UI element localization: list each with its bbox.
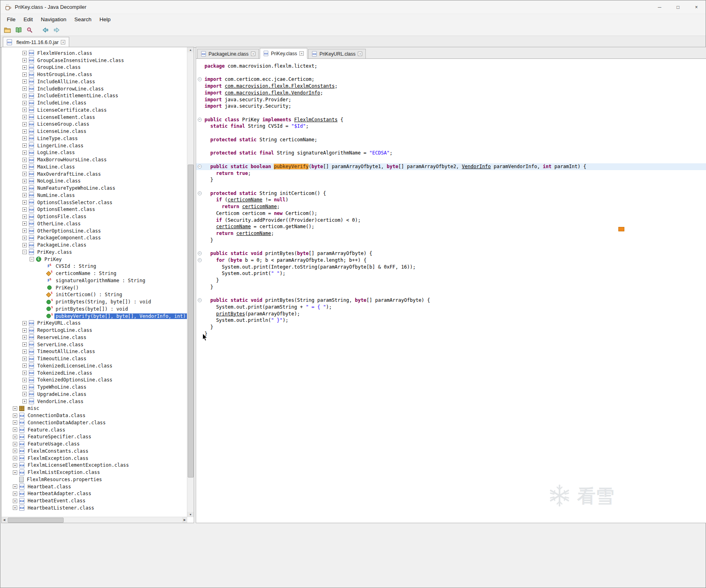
expand-icon[interactable]: + (13, 456, 17, 460)
expand-icon[interactable]: + (13, 442, 17, 446)
tree-item[interactable]: +OptionsClassSelector.class (2, 199, 187, 206)
expand-icon[interactable]: + (22, 94, 27, 98)
tree-item[interactable]: +OptionsElement.class (2, 206, 187, 213)
code-reference-link[interactable]: certicomName (228, 197, 263, 203)
menu-help[interactable]: Help (96, 15, 115, 24)
scroll-right-icon[interactable]: ▶ (182, 517, 187, 523)
tree-item[interactable]: +ReportLogLine.class (2, 327, 187, 334)
close-tab-icon[interactable]: × (358, 52, 362, 56)
expand-icon[interactable]: + (22, 72, 27, 77)
menu-navigation[interactable]: Navigation (37, 15, 70, 24)
tree-item[interactable]: +FlexlmLicenseElementException.class (2, 462, 187, 469)
tree-item[interactable]: +LicenseGroup.class (2, 121, 187, 128)
code-reference-link[interactable]: com.macrovision.flexlm.VendorInfo (225, 90, 320, 96)
collapse-fold-icon[interactable]: − (198, 298, 202, 302)
tree-item[interactable]: FlexlmResources.properties (2, 476, 187, 483)
tree-item[interactable]: printBytes(String, byte[]) : void (2, 298, 187, 305)
tree-item[interactable]: +TimeoutAllLine.class (2, 348, 187, 355)
horizontal-scrollbar-thumb[interactable] (8, 518, 64, 523)
scroll-down-icon[interactable]: ▼ (187, 512, 194, 517)
expand-icon[interactable]: + (22, 172, 27, 176)
collapse-icon[interactable]: − (30, 257, 34, 261)
expand-icon[interactable]: + (22, 115, 27, 119)
tree-item[interactable]: +HeartbeatEvent.class (2, 497, 187, 504)
expand-icon[interactable]: + (22, 136, 27, 140)
tree-item[interactable]: +UpgradeLine.class (2, 391, 187, 398)
tree-item[interactable]: +LineType.class (2, 135, 187, 142)
editor-tab-prikey-class[interactable]: PriKey.class× (260, 48, 307, 59)
expand-icon[interactable]: + (22, 392, 27, 396)
close-tab-icon[interactable]: × (61, 40, 65, 44)
expand-icon[interactable]: + (22, 221, 27, 226)
tree-item[interactable]: +HostGroupLine.class (2, 71, 187, 78)
tree-item[interactable]: +HeartbeatListener.class (2, 504, 187, 512)
expand-icon[interactable]: + (22, 371, 27, 375)
expand-icon[interactable]: + (13, 463, 17, 468)
tree-item[interactable]: +NumFeatureTypeWhoLine.class (2, 185, 187, 192)
tree-horizontal-scrollbar[interactable]: ◀ ▶ (2, 517, 187, 523)
tree-item[interactable]: +FlexlmListException.class (2, 469, 187, 476)
search-icon[interactable] (25, 25, 34, 35)
collapse-fold-icon[interactable]: − (198, 258, 202, 262)
tree-item[interactable]: +FlexlmVersion.class (2, 50, 187, 57)
tree-item[interactable]: +OptionsFile.class (2, 213, 187, 220)
collapse-fold-icon[interactable]: − (198, 165, 202, 169)
tree-item[interactable]: +OtherOptionsLine.class (2, 227, 187, 235)
tree-item[interactable]: +Heartbeat.class (2, 483, 187, 490)
tree-item[interactable]: +PackageComponent.class (2, 235, 187, 242)
expand-icon[interactable]: + (22, 229, 27, 233)
expand-icon[interactable]: + (13, 470, 17, 475)
tree-item[interactable]: +MaxLine.class (2, 163, 187, 171)
expand-icon[interactable]: + (22, 122, 27, 126)
tree-item[interactable]: +ConnectionDataAdapter.class (2, 419, 187, 426)
expand-icon[interactable]: + (22, 200, 27, 205)
expand-icon[interactable]: + (22, 215, 27, 219)
expand-icon[interactable]: + (22, 158, 27, 162)
tree-item[interactable]: +MaxBorrowHoursLine.class (2, 156, 187, 163)
expand-icon[interactable]: + (22, 328, 27, 333)
tree-item[interactable]: +misc (2, 405, 187, 412)
tree-item[interactable]: +TokenizedOptionsLine.class (2, 377, 187, 384)
open-file-icon[interactable] (2, 25, 12, 35)
vertical-scrollbar-thumb[interactable] (188, 165, 194, 478)
editor-tab-packageline-class[interactable]: PackageLine.class× (197, 49, 259, 58)
jar-tab[interactable]: flexlm-11.16.6.0.jar × (3, 37, 69, 48)
tree-item[interactable]: +LicenseLine.class (2, 128, 187, 135)
tree-item[interactable]: −PriKey.class (2, 249, 187, 256)
tree-item[interactable]: +NoLogLine.class (2, 178, 187, 185)
tree-item[interactable]: +FeatureUsage.class (2, 440, 187, 448)
tree-item[interactable]: printBytes(byte[]) : void (2, 305, 187, 313)
code-reference-link[interactable]: certicomName (216, 224, 251, 229)
expand-icon[interactable]: + (22, 129, 27, 134)
tree-item[interactable]: −PriKey (2, 256, 187, 263)
expand-icon[interactable]: + (13, 449, 17, 453)
expand-icon[interactable]: + (22, 385, 27, 389)
expand-icon[interactable]: + (22, 335, 27, 339)
expand-icon[interactable]: + (22, 349, 27, 354)
tree-item[interactable]: +IncludeEntitlementLine.class (2, 92, 187, 100)
tree-item[interactable]: +HeartbeatAdapter.class (2, 490, 187, 498)
expand-icon[interactable]: + (22, 179, 27, 183)
tree-item[interactable]: +IncludeAllLine.class (2, 78, 187, 85)
tree-item[interactable]: +TimeoutLine.class (2, 355, 187, 362)
tree-vertical-scrollbar[interactable]: ▲ ▼ (187, 47, 194, 517)
expand-icon[interactable]: + (22, 399, 27, 403)
collapse-fold-icon[interactable]: − (198, 251, 202, 255)
minimize-button[interactable]: ─ (650, 0, 669, 14)
code-reference-link[interactable]: certicomName (242, 204, 277, 209)
expand-icon[interactable]: + (22, 151, 27, 155)
tree-item[interactable]: +VendorLine.class (2, 398, 187, 405)
menu-search[interactable]: Search (70, 15, 96, 24)
tree-item[interactable]: +FlexlmConstants.class (2, 448, 187, 455)
forward-icon[interactable] (52, 25, 61, 35)
expand-icon[interactable]: + (13, 492, 17, 496)
expand-icon[interactable]: + (22, 79, 27, 84)
tree-item[interactable]: +ConnectionData.class (2, 412, 187, 419)
expand-icon[interactable]: + (22, 65, 27, 70)
tree-item[interactable]: +GroupCaseInsensitiveLine.class (2, 57, 187, 64)
expand-icon[interactable]: + (13, 499, 17, 503)
tree-item[interactable]: +ServerLine.class (2, 341, 187, 348)
menu-file[interactable]: File (3, 15, 20, 24)
expand-icon[interactable]: + (22, 101, 27, 105)
expand-icon[interactable]: + (22, 207, 27, 212)
